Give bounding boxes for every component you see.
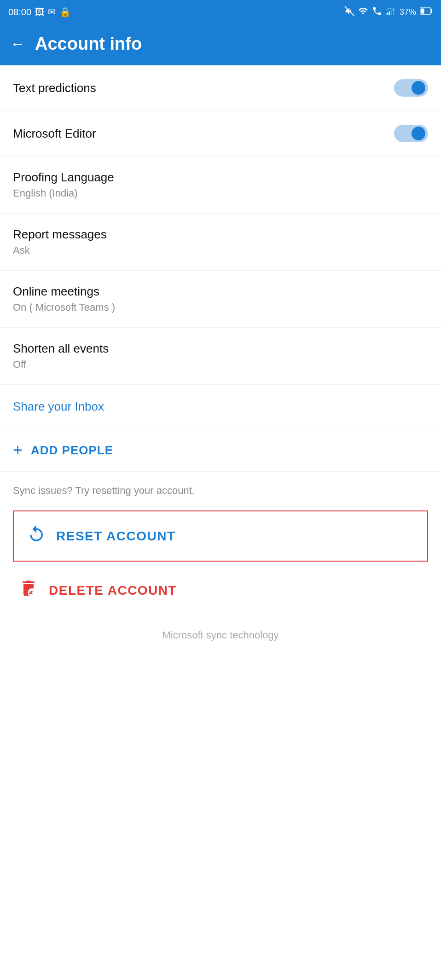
text-predictions-toggle[interactable]	[394, 79, 428, 97]
shorten-events-group: Shorten all events Off	[13, 342, 109, 371]
image-icon: 🖼	[35, 7, 44, 17]
shorten-events-setting[interactable]: Shorten all events Off	[0, 328, 441, 385]
signal-icon	[386, 6, 396, 18]
wifi-icon	[358, 6, 368, 18]
microsoft-editor-setting: Microsoft Editor	[0, 111, 441, 157]
shorten-events-value: Off	[13, 359, 109, 371]
text-predictions-setting: Text predictions	[0, 65, 441, 111]
page-title: Account info	[35, 34, 142, 54]
status-bar: 08:00 🖼 ✉ 🔒	[0, 0, 441, 24]
mute-icon	[344, 6, 354, 18]
footer: Microsoft sync technology	[0, 611, 441, 655]
status-right: 37%	[344, 6, 433, 18]
online-meetings-value: On ( Microsoft Teams )	[13, 302, 115, 313]
header: ← Account info	[0, 24, 441, 65]
text-predictions-slider	[394, 79, 428, 97]
time-display: 08:00	[8, 7, 31, 17]
lock-icon: 🔒	[59, 6, 71, 17]
proofing-language-group: Proofing Language English (India)	[13, 170, 114, 199]
proofing-language-setting[interactable]: Proofing Language English (India)	[0, 157, 441, 214]
reset-account-label: RESET ACCOUNT	[56, 529, 176, 544]
reset-icon	[27, 524, 46, 548]
share-inbox-link[interactable]: Share your Inbox	[13, 400, 104, 413]
sync-hint-text: Sync issues? Try resetting your account.	[13, 485, 195, 496]
phone-icon	[372, 6, 382, 18]
report-messages-label: Report messages	[13, 227, 107, 242]
microsoft-editor-label: Microsoft Editor	[13, 127, 96, 141]
microsoft-editor-slider	[394, 125, 428, 142]
content: Text predictions Microsoft Editor Proofi…	[0, 65, 441, 655]
delete-account-button[interactable]: DELETE ACCOUNT	[0, 567, 441, 611]
proofing-language-label: Proofing Language	[13, 170, 114, 185]
sync-hint: Sync issues? Try resetting your account.	[0, 472, 441, 505]
footer-text: Microsoft sync technology	[162, 629, 279, 641]
report-messages-setting[interactable]: Report messages Ask	[0, 214, 441, 271]
add-people-row[interactable]: + ADD PEOPLE	[0, 429, 441, 472]
back-button[interactable]: ←	[10, 35, 25, 52]
status-left: 08:00 🖼 ✉ 🔒	[8, 6, 71, 17]
delete-account-label: DELETE ACCOUNT	[49, 583, 177, 598]
shorten-events-label: Shorten all events	[13, 342, 109, 356]
svg-rect-2	[389, 11, 390, 14]
online-meetings-setting[interactable]: Online meetings On ( Microsoft Teams )	[0, 271, 441, 328]
proofing-language-value: English (India)	[13, 187, 114, 199]
add-people-label: ADD PEOPLE	[31, 443, 113, 458]
share-inbox-section: Share your Inbox	[0, 385, 441, 429]
add-icon: +	[13, 442, 23, 458]
svg-rect-4	[393, 9, 395, 15]
report-messages-value: Ask	[13, 244, 107, 256]
svg-rect-7	[421, 8, 424, 13]
delete-icon	[18, 578, 39, 603]
svg-rect-6	[431, 9, 432, 13]
svg-rect-3	[391, 10, 392, 15]
microsoft-editor-toggle[interactable]	[394, 125, 428, 142]
text-predictions-label-group: Text predictions	[13, 81, 96, 95]
svg-rect-1	[387, 12, 388, 15]
report-messages-group: Report messages Ask	[13, 227, 107, 256]
microsoft-editor-label-group: Microsoft Editor	[13, 127, 96, 141]
text-predictions-label: Text predictions	[13, 81, 96, 95]
online-meetings-label: Online meetings	[13, 284, 115, 299]
battery-icon	[420, 7, 433, 17]
battery-display: 37%	[400, 7, 416, 17]
mail-icon: ✉	[48, 6, 56, 17]
online-meetings-group: Online meetings On ( Microsoft Teams )	[13, 284, 115, 313]
reset-account-button[interactable]: RESET ACCOUNT	[13, 510, 428, 562]
svg-point-8	[28, 588, 36, 597]
